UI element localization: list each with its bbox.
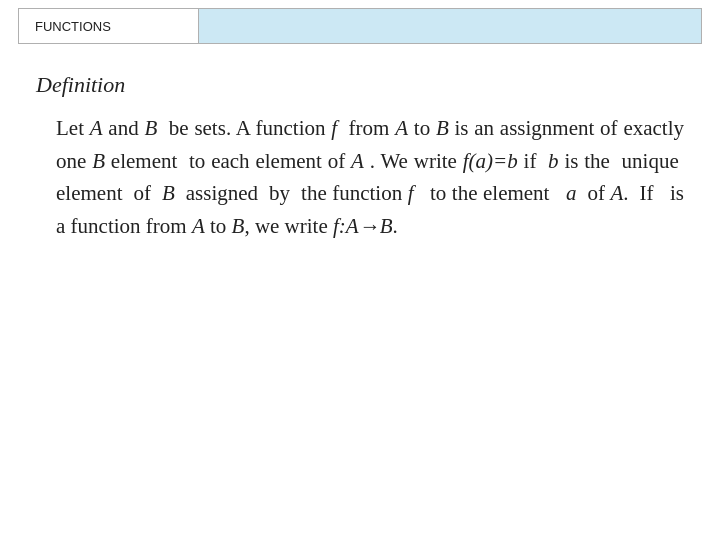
definition-title: Definition (36, 72, 684, 98)
header-label: FUNCTIONS (19, 9, 199, 43)
header-bar: FUNCTIONS (18, 8, 702, 44)
definition-body: Let A and B be sets. A function f from A… (56, 112, 684, 242)
header-spacer (199, 9, 701, 43)
definition-text: Let A and B be sets. A function f from A… (56, 112, 684, 242)
content-area: Definition Let A and B be sets. A functi… (0, 44, 720, 262)
